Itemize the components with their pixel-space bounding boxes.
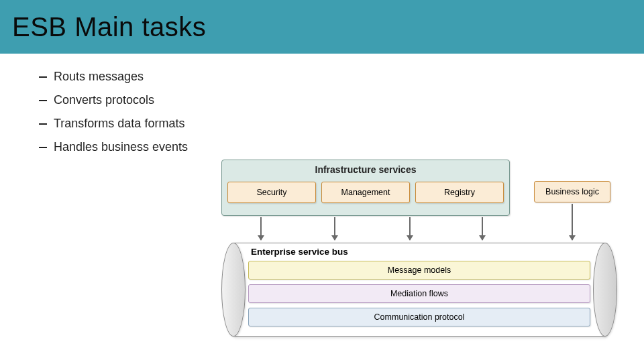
- list-item: Transforms data formats: [39, 117, 644, 131]
- cylinder-cap-left: [221, 243, 246, 337]
- bullet-text: Handles business events: [54, 140, 188, 154]
- security-box: Security: [227, 182, 316, 203]
- business-logic-box: Business logic: [534, 181, 610, 202]
- dash-icon: [39, 100, 47, 101]
- registry-box: Registry: [415, 182, 504, 203]
- bullet-text: Transforms data formats: [54, 117, 184, 131]
- title-bar: ESB Main tasks: [0, 0, 644, 54]
- arrow-down-icon: [572, 204, 573, 240]
- list-item: Converts protocols: [39, 93, 644, 107]
- esb-inner: Enterprise service bus Message models Me…: [248, 247, 590, 331]
- infra-children: Security Management Registry: [222, 175, 509, 203]
- bullet-text: Routs messages: [54, 70, 144, 84]
- dash-icon: [39, 123, 47, 125]
- bullet-text: Converts protocols: [54, 93, 154, 107]
- infra-title: Infrastructure services: [222, 164, 509, 175]
- message-models-row: Message models: [248, 261, 590, 280]
- dash-icon: [39, 147, 47, 148]
- communication-protocol-row: Communication protocol: [248, 308, 590, 326]
- list-item: Routs messages: [39, 70, 644, 84]
- arrow-down-icon: [482, 217, 483, 240]
- esb-cylinder: Enterprise service bus Message models Me…: [221, 243, 617, 337]
- arrow-down-icon: [409, 217, 411, 240]
- arrow-down-icon: [260, 217, 262, 240]
- dash-icon: [39, 76, 47, 78]
- bullet-list: Routs messages Converts protocols Transf…: [39, 70, 644, 154]
- esb-title: Enterprise service bus: [248, 247, 590, 257]
- infrastructure-services-box: Infrastructure services Security Managem…: [221, 160, 510, 216]
- slide-title: ESB Main tasks: [12, 12, 206, 42]
- arrow-down-icon: [334, 217, 335, 240]
- list-item: Handles business events: [39, 140, 644, 154]
- management-box: Management: [321, 182, 410, 203]
- cylinder-cap-right: [593, 243, 617, 337]
- esb-diagram: Infrastructure services Security Managem…: [221, 160, 624, 347]
- mediation-flows-row: Mediation flows: [248, 284, 590, 303]
